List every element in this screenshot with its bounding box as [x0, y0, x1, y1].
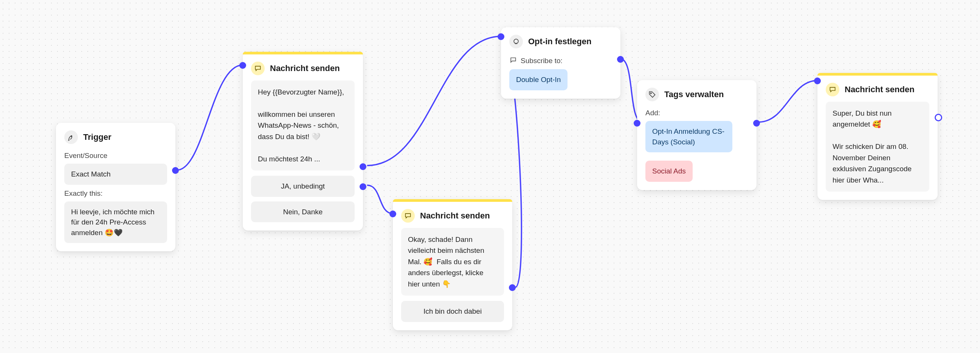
exactly-this-label: Exactly this:: [64, 189, 167, 198]
node-message-1[interactable]: Nachricht senden Hey {{Bevorzugter Name}…: [243, 52, 363, 231]
node-title: Opt-in festlegen: [528, 37, 591, 46]
event-source-label: Event/Source: [64, 151, 167, 160]
quick-reply-no[interactable]: Nein, Danke: [251, 202, 355, 223]
port-out-yes[interactable]: [509, 284, 516, 291]
port-out-open[interactable]: [935, 114, 942, 121]
node-tags[interactable]: Tags verwalten Add: Opt-In Anmeldung CS-…: [637, 80, 757, 190]
node-title: Nachricht senden: [270, 64, 340, 73]
node-title: Tags verwalten: [664, 89, 724, 99]
quick-reply-yes[interactable]: Ich bin doch dabei: [401, 301, 504, 322]
subscribe-tag[interactable]: Double Opt-In: [509, 69, 568, 90]
tag-optin[interactable]: Opt-In Anmeldung CS-Days (Social): [645, 121, 732, 152]
chat-icon: [251, 62, 265, 75]
speech-icon: [509, 35, 523, 48]
node-message-3[interactable]: Nachricht senden Super, Du bist nun ange…: [818, 73, 938, 200]
svg-point-0: [71, 136, 72, 137]
port-out-no[interactable]: [360, 183, 366, 190]
port-in[interactable]: [634, 120, 641, 127]
chat-icon: [826, 83, 839, 96]
tag-social-ads[interactable]: Social Ads: [645, 161, 693, 182]
add-label: Add:: [645, 109, 748, 117]
port-out[interactable]: [172, 167, 179, 174]
port-in[interactable]: [390, 210, 396, 217]
subscribe-icon: [509, 56, 517, 65]
port-out[interactable]: [617, 56, 624, 63]
subscribe-label: Subscribe to:: [520, 57, 563, 65]
port-out-yes[interactable]: [360, 163, 366, 170]
rocket-icon: [64, 130, 78, 144]
node-optin[interactable]: Opt-in festlegen Subscribe to: Double Op…: [501, 27, 620, 99]
node-title: Trigger: [83, 132, 111, 142]
node-title: Nachricht senden: [845, 85, 915, 94]
message-body[interactable]: Super, Du bist nun angemeldet 🥰 Wir schi…: [826, 102, 929, 192]
trigger-text[interactable]: Hi leevje, ich möchte mich für den 24h P…: [64, 202, 167, 243]
message-body[interactable]: Hey {{Bevorzugter Name}}, willkommen bei…: [251, 81, 355, 170]
match-type-pill[interactable]: Exact Match: [64, 164, 167, 185]
node-trigger[interactable]: Trigger Event/Source Exact Match Exactly…: [56, 123, 175, 251]
node-title: Nachricht senden: [420, 211, 490, 221]
quick-reply-yes[interactable]: JA, unbedingt: [251, 176, 355, 197]
chat-icon: [401, 209, 415, 223]
svg-point-2: [650, 92, 651, 94]
tag-icon: [645, 88, 659, 101]
message-body[interactable]: Okay, schade! Dann vielleicht beim nächs…: [401, 228, 504, 296]
port-in[interactable]: [814, 78, 821, 84]
port-in[interactable]: [239, 62, 246, 69]
node-message-2[interactable]: Nachricht senden Okay, schade! Dann viel…: [393, 199, 512, 330]
port-in[interactable]: [498, 33, 504, 40]
port-out[interactable]: [753, 120, 760, 127]
